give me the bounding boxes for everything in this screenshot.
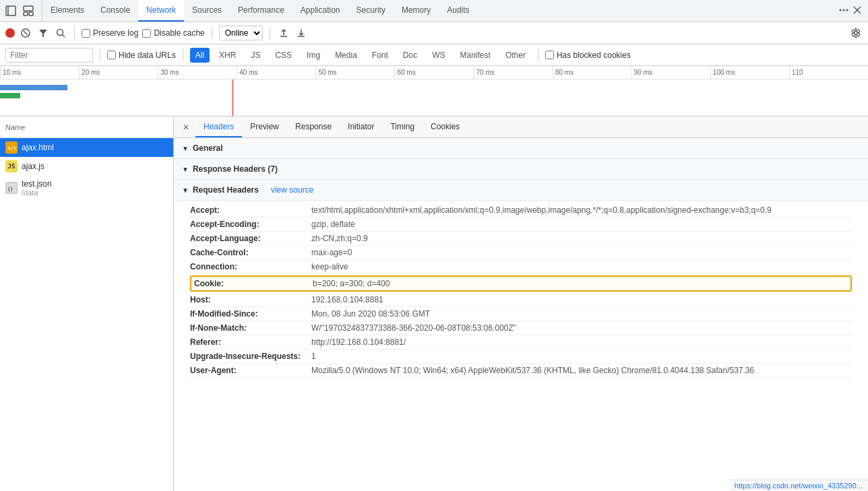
tab-bar: Elements Console Network Sources Perform… [0, 0, 868, 22]
separator-3 [270, 27, 270, 39]
svg-point-13 [57, 30, 63, 36]
filter-css[interactable]: CSS [270, 48, 297, 63]
ajax-html-name: ajax.html [22, 143, 54, 152]
tick-110: 110 [789, 66, 868, 79]
svg-point-7 [846, 9, 848, 11]
detail-tab-response[interactable]: Response [287, 117, 340, 137]
network-toolbar: Preserve log Disable cache Online [0, 22, 868, 44]
close-devtools-icon[interactable] [852, 5, 863, 18]
devtools-icons [3, 0, 42, 22]
filter-doc[interactable]: Doc [398, 48, 423, 63]
filter-input[interactable] [5, 48, 93, 63]
detail-tab-initiator[interactable]: Initiator [340, 117, 382, 137]
response-headers-title: Response Headers (7) [193, 164, 278, 174]
hide-data-urls-checkbox[interactable]: Hide data URLs [107, 51, 176, 60]
tick-20ms: 20 ms [79, 66, 158, 79]
header-if-none-match: If-None-Match: W/"1970324837373388-366-2… [190, 321, 852, 335]
tab-audits[interactable]: Audits [439, 0, 477, 22]
file-item-ajax-js[interactable]: JS ajax.js [0, 157, 173, 176]
tick-60ms: 60 ms [394, 66, 473, 79]
request-headers-table: Accept: text/html,application/xhtml+xml,… [174, 201, 868, 383]
html-file-icon: </> [5, 141, 18, 154]
tick-50ms: 50 ms [315, 66, 394, 79]
filter-all[interactable]: All [190, 48, 210, 63]
detail-tab-headers[interactable]: Headers [195, 117, 242, 137]
view-source-link[interactable]: view source [271, 185, 313, 195]
separator-filter2 [183, 49, 183, 61]
request-headers-section-header[interactable]: ▼ Request Headers view source [174, 180, 868, 201]
file-item-ajax-html[interactable]: </> ajax.html [0, 138, 173, 157]
preserve-log-checkbox[interactable]: Preserve log [82, 28, 138, 38]
general-section-header[interactable]: ▼ General [174, 138, 868, 159]
detail-close-button[interactable]: ✕ [179, 121, 193, 134]
filter-manifest[interactable]: Manifest [455, 48, 496, 63]
general-triangle: ▼ [182, 145, 189, 152]
tab-memory[interactable]: Memory [394, 0, 439, 22]
download-icon[interactable] [294, 26, 308, 40]
tick-30ms: 30 ms [158, 66, 237, 79]
tab-console[interactable]: Console [92, 0, 138, 22]
header-accept-language: Accept-Language: zh-CN,zh;q=0.9 [190, 232, 852, 246]
filter-media[interactable]: Media [330, 48, 363, 63]
svg-point-17 [855, 32, 858, 35]
tab-sources[interactable]: Sources [184, 0, 230, 22]
detail-tabs: ✕ Headers Preview Response Initiator Tim… [174, 117, 868, 138]
disable-cache-input[interactable] [142, 29, 151, 38]
search-button[interactable] [54, 26, 67, 40]
filter-bar: Hide data URLs All XHR JS CSS Img Media … [0, 44, 868, 66]
header-cookie: Cookie: b=200; a=300; d=400 [190, 275, 852, 292]
detail-tab-preview[interactable]: Preview [242, 117, 287, 137]
detail-tab-cookies[interactable]: Cookies [423, 117, 468, 137]
header-upgrade-insecure: Upgrade-Insecure-Requests: 1 [190, 350, 852, 364]
dock-icon[interactable] [3, 3, 19, 19]
test-json-name: test.json [22, 179, 52, 189]
timeline-area: 10 ms 20 ms 30 ms 40 ms 50 ms 60 ms 70 m… [0, 66, 868, 117]
filter-toggle-button[interactable] [36, 26, 50, 40]
tick-80ms: 80 ms [553, 66, 631, 79]
preserve-log-input[interactable] [82, 29, 90, 38]
cookie-annotation-area: Cookie: b=200; a=300; d=400 [190, 275, 852, 292]
hide-data-urls-input[interactable] [107, 51, 116, 59]
filter-ws[interactable]: WS [427, 48, 450, 63]
request-triangle: ▼ [182, 187, 189, 194]
more-tabs-icon[interactable] [838, 5, 849, 18]
clear-button[interactable] [19, 26, 32, 40]
svg-text:{}: {} [7, 187, 13, 192]
response-triangle: ▼ [182, 166, 189, 173]
filter-img[interactable]: Img [301, 48, 326, 63]
svg-point-5 [840, 9, 842, 11]
filter-other[interactable]: Other [500, 48, 531, 63]
filter-font[interactable]: Font [367, 48, 394, 63]
tab-elements[interactable]: Elements [42, 0, 92, 22]
detail-tab-timing[interactable]: Timing [382, 117, 423, 137]
tick-40ms: 40 ms [237, 66, 315, 79]
response-headers-section-header[interactable]: ▼ Response Headers (7) [174, 159, 868, 180]
file-item-test-json[interactable]: {} test.json /data [0, 176, 173, 200]
has-blocked-cookies-input[interactable] [545, 51, 554, 59]
record-button[interactable] [5, 28, 15, 38]
separator-2 [212, 27, 212, 39]
js-file-icon: JS [5, 160, 18, 172]
upload-icon[interactable] [277, 26, 290, 40]
tab-security[interactable]: Security [348, 0, 394, 22]
has-blocked-cookies-checkbox[interactable]: Has blocked cookies [545, 51, 631, 60]
svg-rect-4 [29, 12, 33, 15]
separator-1 [74, 27, 75, 39]
tick-90ms: 90 ms [631, 66, 710, 79]
name-header: Name [0, 117, 173, 138]
layout-icon[interactable] [20, 3, 36, 19]
filter-xhr[interactable]: XHR [214, 48, 241, 63]
throttling-select[interactable]: Online [219, 26, 263, 40]
settings-icon[interactable] [849, 26, 863, 40]
tab-performance[interactable]: Performance [230, 0, 292, 22]
filter-js[interactable]: JS [245, 48, 266, 63]
disable-cache-checkbox[interactable]: Disable cache [142, 28, 204, 38]
left-panel: Name </> ajax.html JS ajax.js {} test.js… [0, 117, 174, 491]
header-accept: Accept: text/html,application/xhtml+xml,… [190, 203, 852, 218]
timeline-ruler: 10 ms 20 ms 30 ms 40 ms 50 ms 60 ms 70 m… [0, 66, 868, 79]
header-referer: Referer: http://192.168.0.104:8881/ [190, 335, 852, 350]
tab-network[interactable]: Network [138, 0, 184, 22]
tab-application[interactable]: Application [292, 0, 348, 22]
svg-line-11 [24, 31, 28, 35]
svg-marker-12 [39, 30, 47, 37]
